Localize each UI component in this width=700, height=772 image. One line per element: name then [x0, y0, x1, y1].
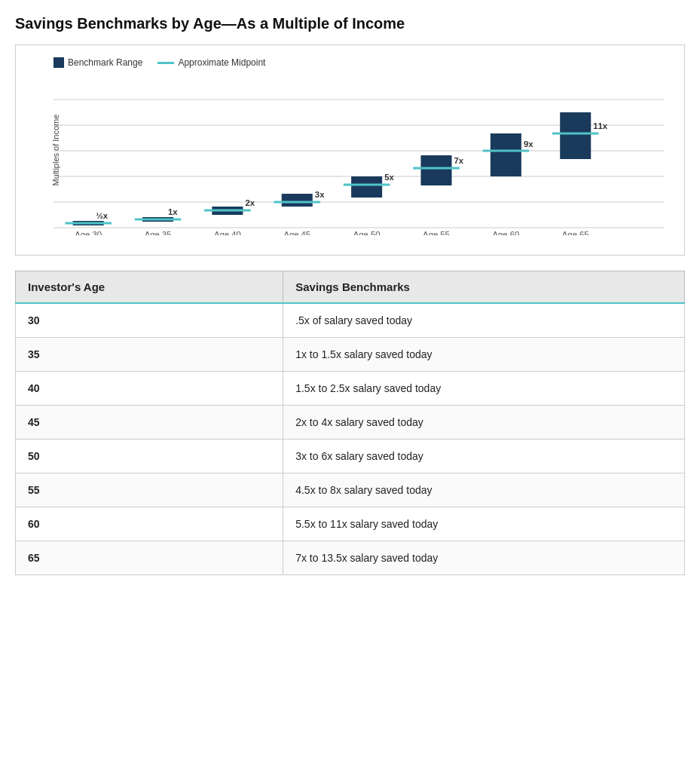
legend-benchmark: Benchmark Range: [53, 57, 142, 68]
table-row: 554.5x to 8x salary saved today: [16, 473, 685, 507]
bar-age45: [282, 194, 313, 207]
svg-text:Age 65: Age 65: [562, 230, 589, 235]
legend-benchmark-label: Benchmark Range: [68, 57, 142, 68]
savings-benchmarks-table: Investor's Age Savings Benchmarks 30.5x …: [15, 271, 685, 575]
svg-text:Age 55: Age 55: [423, 230, 450, 235]
bar-age50: [351, 176, 382, 198]
table-row: 401.5x to 2.5x salary saved today: [16, 372, 685, 406]
col-age-header: Investor's Age: [16, 271, 283, 304]
svg-text:3x: 3x: [315, 190, 325, 199]
svg-text:Age 40: Age 40: [214, 230, 241, 235]
cell-benchmark: 1x to 1.5x salary saved today: [283, 338, 685, 372]
cell-benchmark: 4.5x to 8x salary saved today: [283, 473, 685, 507]
legend-midpoint-label: Approximate Midpoint: [178, 57, 265, 68]
svg-text:5x: 5x: [384, 173, 394, 182]
cell-benchmark: 3x to 6x salary saved today: [283, 440, 685, 473]
col-benchmark-header: Savings Benchmarks: [283, 271, 685, 304]
table-row: 452x to 4x salary saved today: [16, 406, 685, 440]
midpoint-icon: [157, 62, 174, 64]
svg-text:Age 60: Age 60: [492, 230, 519, 235]
cell-age: 45: [16, 406, 283, 440]
svg-text:Age 35: Age 35: [145, 230, 172, 235]
cell-benchmark: 2x to 4x salary saved today: [283, 406, 685, 440]
svg-text:11x: 11x: [593, 121, 608, 130]
legend-midpoint: Approximate Midpoint: [157, 57, 265, 68]
table-row: 30.5x of salary saved today: [16, 303, 685, 338]
svg-text:Age 50: Age 50: [353, 230, 381, 235]
svg-text:2x: 2x: [246, 198, 255, 207]
svg-text:1x: 1x: [168, 207, 178, 216]
table-row: 503x to 6x salary saved today: [16, 440, 685, 473]
cell-age: 65: [16, 541, 283, 575]
svg-text:Age 45: Age 45: [283, 230, 310, 235]
bar-age65: [560, 112, 591, 159]
cell-age: 35: [16, 338, 283, 372]
chart-container: Multiples of Income Benchmark Range Appr…: [15, 44, 685, 256]
chart-svg: 0 3 6 9 12 15 ½x Age 30 1x Age 35 2x Age…: [53, 77, 672, 235]
page-title: Savings Benchmarks by Age—As a Multiple …: [15, 15, 685, 32]
cell-age: 55: [16, 473, 283, 507]
bar-age55: [420, 155, 451, 185]
svg-text:½x: ½x: [96, 211, 108, 220]
svg-text:7x: 7x: [454, 156, 464, 165]
chart-legend: Benchmark Range Approximate Midpoint: [53, 57, 672, 68]
cell-age: 30: [16, 303, 283, 338]
cell-benchmark: 7x to 13.5x salary saved today: [283, 541, 685, 575]
benchmark-icon: [53, 57, 64, 68]
bar-age60: [491, 133, 521, 176]
cell-age: 60: [16, 507, 283, 541]
table-row: 351x to 1.5x salary saved today: [16, 338, 685, 372]
cell-age: 50: [16, 440, 283, 473]
y-axis-label: Multiples of Income: [51, 115, 60, 186]
cell-benchmark: 1.5x to 2.5x salary saved today: [283, 372, 685, 406]
table-row: 605.5x to 11x salary saved today: [16, 507, 685, 541]
table-row: 657x to 13.5x salary saved today: [16, 541, 685, 575]
cell-benchmark: 5.5x to 11x salary saved today: [283, 507, 685, 541]
cell-age: 40: [16, 372, 283, 406]
svg-text:Age 30: Age 30: [75, 230, 102, 235]
svg-text:9x: 9x: [524, 139, 533, 149]
cell-benchmark: .5x of salary saved today: [283, 303, 685, 338]
